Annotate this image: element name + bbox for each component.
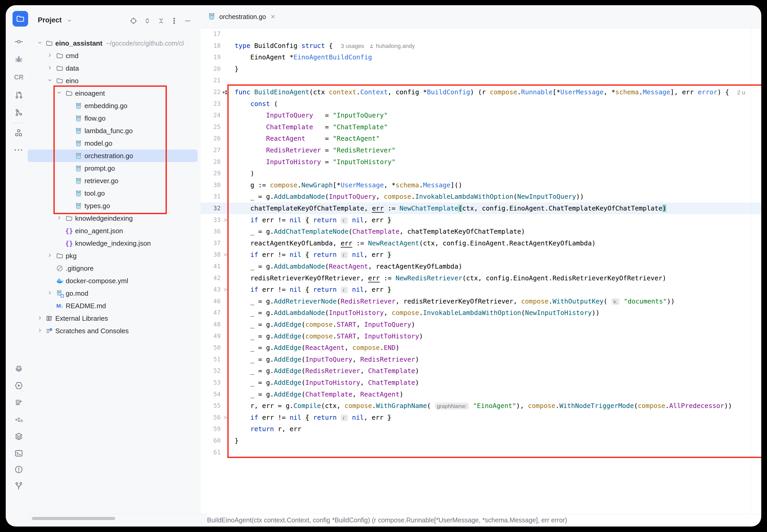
line-number-36[interactable]: 36 <box>201 226 220 237</box>
line-number-38[interactable]: 38 <box>201 249 220 261</box>
close-icon[interactable]: × <box>269 13 276 21</box>
line-number-33[interactable]: 33 <box>201 214 220 226</box>
horizontal-scrollbar[interactable] <box>32 517 115 520</box>
terminal-icon[interactable] <box>14 448 24 459</box>
build-cube-icon[interactable] <box>14 363 24 374</box>
ide-window: CR ··· Project eino_assistant~/gocode/sr… <box>6 5 761 527</box>
line-number-19[interactable]: 19 <box>201 51 220 63</box>
line-number-53[interactable]: 53 <box>201 377 220 388</box>
structure-icon[interactable] <box>14 128 24 138</box>
chevron-right-icon[interactable] <box>47 52 53 59</box>
line-number-51[interactable]: 51 <box>201 354 220 365</box>
line-number-24[interactable]: 24 <box>201 109 220 121</box>
collapse-all-icon[interactable] <box>156 16 166 26</box>
services-layers-icon[interactable] <box>14 431 24 442</box>
line-number-28[interactable]: 28 <box>201 156 220 168</box>
line-number-47[interactable]: 47 <box>201 307 220 319</box>
line-number-18[interactable]: 18 <box>201 40 220 52</box>
tree-item-label: knowledgeindexing <box>75 214 133 222</box>
line-number-17[interactable]: 17 <box>201 28 220 40</box>
code-review-icon[interactable]: CR <box>14 72 24 82</box>
tree-item-knowledge-indexing-json[interactable]: {}knowledge_indexing.json <box>28 237 198 250</box>
folder-icon <box>65 214 73 222</box>
debugger-icon[interactable] <box>14 54 24 65</box>
hide-panel-icon[interactable] <box>182 16 193 26</box>
tree-item-eino[interactable]: eino <box>28 75 198 87</box>
line-number-46[interactable]: 46 <box>201 295 220 307</box>
tree-item-label: data <box>66 64 79 72</box>
line-number-43[interactable]: 43 <box>201 284 220 295</box>
line-number-54[interactable]: 54 <box>201 388 220 400</box>
profiler-icon[interactable] <box>14 414 24 425</box>
chevron-down-icon[interactable] <box>47 77 53 84</box>
tree-item-label: go.mod <box>66 289 88 298</box>
json-file-icon: {} <box>65 227 73 235</box>
branches-icon[interactable] <box>14 481 24 491</box>
line-number-49[interactable]: 49 <box>201 330 220 342</box>
line-number-41[interactable]: 41 <box>201 261 220 272</box>
line-number-29[interactable]: 29 <box>201 168 220 179</box>
chevron-down-icon[interactable] <box>66 18 72 24</box>
line-number-42[interactable]: 42 <box>201 272 220 284</box>
tab-orchestration-go[interactable]: orchestration.go × <box>208 9 276 24</box>
app-logo-icon[interactable] <box>13 11 28 27</box>
line-number-30[interactable]: 30 <box>201 179 220 191</box>
chevron-right-icon[interactable] <box>47 252 53 259</box>
tree-item-data[interactable]: data <box>28 62 198 75</box>
author-annotation[interactable]: huhailong.andy <box>369 40 415 52</box>
line-number-31[interactable]: 31 <box>201 191 220 202</box>
line-number-20[interactable]: 20 <box>201 63 220 75</box>
line-number-60[interactable]: 60 <box>201 435 220 447</box>
line-number-50[interactable]: 50 <box>201 342 220 354</box>
chevron-right-icon[interactable] <box>47 65 53 71</box>
line-number-22[interactable]: 22 <box>201 86 220 98</box>
run-anything-icon[interactable] <box>14 380 24 391</box>
pull-requests-icon[interactable] <box>14 90 24 100</box>
problems-icon[interactable] <box>14 464 24 475</box>
tree-item-label: External Libraries <box>55 314 108 323</box>
tree-item-scratches-and-consoles[interactable]: Scratches and Consoles <box>28 325 198 337</box>
commit-icon[interactable] <box>14 36 24 47</box>
tabbar-border <box>201 28 761 28</box>
code-line-18: type BuildConfig struct { 3 usageshuhail… <box>235 40 415 52</box>
line-number-25[interactable]: 25 <box>201 121 220 133</box>
line-number-32[interactable]: 32 <box>201 202 220 214</box>
line-number-23[interactable]: 23 <box>201 98 220 110</box>
tree-item-label: .gitignore <box>66 264 94 273</box>
more-tools-icon[interactable]: ··· <box>14 145 24 155</box>
chevron-right-icon[interactable] <box>37 327 43 334</box>
go-file-icon <box>208 12 216 21</box>
chevron-down-icon[interactable] <box>37 40 43 46</box>
documentation-icon[interactable] <box>14 397 24 408</box>
tree-item-eino-agent-json[interactable]: {}eino_agent.json <box>28 225 198 237</box>
line-number-27[interactable]: 27 <box>201 144 220 156</box>
line-number-56[interactable]: 56 <box>201 412 220 423</box>
vcs-graph-icon[interactable] <box>14 107 24 118</box>
line-number-21[interactable]: 21 <box>201 75 220 86</box>
tree-item-docker-compose-yml[interactable]: docker-compose.yml <box>28 275 198 287</box>
tree-item--gitignore[interactable]: .gitignore <box>28 262 198 275</box>
tree-item-eino-assistant[interactable]: eino_assistant~/gocode/src/github.com/cl <box>28 37 198 50</box>
line-number-55[interactable]: 55 <box>201 400 220 412</box>
line-number-59[interactable]: 59 <box>201 423 220 435</box>
line-number-52[interactable]: 52 <box>201 365 220 377</box>
line-number-61[interactable]: 61 <box>201 447 220 458</box>
tree-item-cmd[interactable]: cmd <box>28 50 198 62</box>
chevron-right-icon[interactable] <box>47 290 53 296</box>
project-panel-title[interactable]: Project <box>38 16 62 24</box>
tree-item-pkg[interactable]: pkg <box>28 250 198 262</box>
expand-all-icon[interactable] <box>142 16 152 26</box>
tree-item-readme-md[interactable]: M↓README.md <box>28 300 198 312</box>
tree-item-external-libraries[interactable]: External Libraries <box>28 312 198 325</box>
line-number-37[interactable]: 37 <box>201 237 220 249</box>
project-root-path: ~/gocode/src/github.com/cl <box>106 40 184 47</box>
line-number-26[interactable]: 26 <box>201 133 220 144</box>
options-kebab-icon[interactable] <box>169 16 179 26</box>
chevron-right-icon[interactable] <box>56 215 63 221</box>
locate-file-icon[interactable] <box>128 16 139 26</box>
tree-item-go-mod[interactable]: go.mod <box>28 287 198 300</box>
line-number-48[interactable]: 48 <box>201 319 220 330</box>
chevron-right-icon[interactable] <box>37 315 43 321</box>
folder-icon <box>45 39 53 47</box>
usages-annotation[interactable]: 3 usages <box>341 43 364 49</box>
